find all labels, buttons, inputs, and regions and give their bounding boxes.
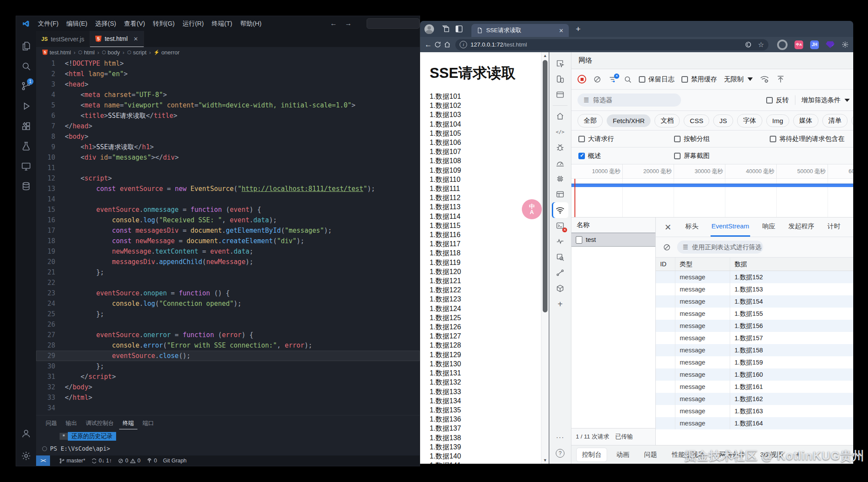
scroll-up-icon[interactable]: ▲ xyxy=(541,52,549,59)
elements-panel-icon[interactable]: </> xyxy=(552,124,568,140)
browser-window-icon[interactable] xyxy=(552,87,568,103)
type-filter-pill[interactable]: 媒体 xyxy=(793,114,818,127)
eventstream-row[interactable]: message 1.数据161 xyxy=(656,381,853,393)
performance-panel-icon[interactable] xyxy=(552,155,568,171)
network-conditions-icon[interactable] xyxy=(760,74,769,84)
memory-panel-icon[interactable] xyxy=(552,171,568,187)
eventstream-row[interactable]: message 1.数据160 xyxy=(656,368,853,381)
code-line[interactable]: 10 <div id="messages"></div> xyxy=(36,152,420,163)
breadcrumb-item-html[interactable]: html xyxy=(84,49,95,56)
translate-fab[interactable]: 中 A xyxy=(522,199,542,219)
console-panel-icon[interactable]: ✕ xyxy=(552,218,568,234)
detail-tab[interactable]: 响应 xyxy=(761,218,776,237)
type-filter-pill[interactable]: Fetch/XHR xyxy=(607,114,651,127)
git-sync-item[interactable]: 0↓ 1↑ xyxy=(88,458,115,464)
code-line[interactable]: 22 xyxy=(36,278,420,288)
back-icon[interactable]: ← xyxy=(424,39,432,51)
eventstream-row[interactable]: message 1.数据152 xyxy=(656,271,853,283)
problems-item[interactable]: 0 0 xyxy=(115,458,144,464)
debugger-panel-icon[interactable] xyxy=(552,140,568,155)
eventstream-table-header[interactable]: ID 类型 数据 xyxy=(656,258,853,271)
menu-terminal[interactable]: 终端(T) xyxy=(208,20,237,28)
panel-tab[interactable]: 问题 xyxy=(42,418,60,429)
detail-tab[interactable]: 标头 xyxy=(684,218,699,237)
code-line[interactable]: 15 eventSource.onmessage = function (eve… xyxy=(36,204,420,215)
regex-filter-input[interactable]: ☰使用正则表达式进行筛选 xyxy=(677,241,763,254)
clear-messages-icon[interactable] xyxy=(663,243,671,251)
close-detail-icon[interactable]: ✕ xyxy=(664,222,671,232)
name-column-header[interactable]: 名称 xyxy=(571,218,655,233)
explorer-icon[interactable] xyxy=(16,36,36,56)
new-tab-icon[interactable]: + xyxy=(576,24,581,34)
eventstream-row[interactable]: message 1.数据162 xyxy=(656,393,853,405)
panel-tab[interactable]: 输出 xyxy=(62,418,80,429)
performance-monitor-icon[interactable] xyxy=(552,234,568,249)
tab-close-icon[interactable]: ✕ xyxy=(134,36,138,42)
search-icon[interactable] xyxy=(16,56,36,76)
eventstream-row[interactable]: message 1.数据156 xyxy=(656,320,853,332)
more-filters-dropdown[interactable]: 增加筛选条件 xyxy=(801,96,850,104)
site-info-icon[interactable]: i xyxy=(460,41,467,48)
code-line[interactable]: 28 console.error("Error with SSE connect… xyxy=(36,340,420,351)
tab-close-icon[interactable]: ✕ xyxy=(559,27,564,34)
help-icon[interactable]: ? xyxy=(552,445,568,461)
git-branch-item[interactable]: master* xyxy=(56,458,88,464)
juejin-extension-icon[interactable]: JH xyxy=(810,40,819,49)
code-line[interactable]: 6 <title>SSE请求读取</title> xyxy=(36,110,420,121)
type-filter-pill[interactable]: Img xyxy=(766,114,789,127)
code-line[interactable]: 12 <script> xyxy=(36,173,420,184)
eventstream-row[interactable]: message 1.数据159 xyxy=(656,356,853,368)
eventstream-row[interactable]: message 1.数据154 xyxy=(656,295,853,308)
code-line[interactable]: 11 xyxy=(36,163,420,173)
type-filter-pill[interactable]: 文档 xyxy=(654,114,680,127)
code-line[interactable]: 24 console.log("Connection opened"); xyxy=(36,298,420,309)
favorite-star-icon[interactable]: ☆ xyxy=(758,40,764,49)
import-har-icon[interactable] xyxy=(776,75,785,84)
network-search-icon[interactable] xyxy=(624,75,632,84)
terminal[interactable]: * 还原的历史记录 PS E:\VsCode\api> xyxy=(36,429,420,452)
drawer-tab[interactable]: 问题 xyxy=(639,448,662,462)
code-line[interactable]: 2 <html lang="en"> xyxy=(36,69,420,79)
code-line[interactable]: 25 }; xyxy=(36,309,420,319)
testing-flask-icon[interactable] xyxy=(16,136,36,156)
code-line[interactable]: 18 const newMessage = document.createEle… xyxy=(36,236,420,246)
profile-avatar[interactable] xyxy=(424,24,434,34)
option-checkbox[interactable]: 按帧分组 xyxy=(674,135,770,143)
scroll-down-icon[interactable]: ▼ xyxy=(541,457,549,464)
eventstream-row[interactable]: message 1.数据153 xyxy=(656,283,853,295)
workspaces-icon[interactable] xyxy=(439,23,452,36)
application-panel-icon[interactable] xyxy=(552,187,568,202)
search-panel-icon[interactable] xyxy=(552,249,568,265)
scrollbar-thumb[interactable] xyxy=(543,60,548,312)
page-scrollbar[interactable]: ▲ ▼ xyxy=(541,52,549,464)
invert-checkbox[interactable]: 反转 xyxy=(766,96,789,104)
command-search-box[interactable] xyxy=(367,18,420,29)
code-line[interactable]: 4 <meta charset="UTF-8"> xyxy=(36,90,420,100)
code-line[interactable]: 21 }; xyxy=(36,267,420,278)
gem-extension-icon[interactable]: 2 xyxy=(826,41,835,48)
remote-explorer-icon[interactable] xyxy=(16,156,36,176)
detail-tab[interactable]: 发起程序 xyxy=(788,218,815,237)
history-back-icon[interactable]: ← xyxy=(330,20,337,27)
code-line[interactable]: 14 xyxy=(36,194,420,204)
type-filter-pill[interactable]: WS xyxy=(851,114,853,127)
code-line[interactable]: 30 }; xyxy=(36,361,420,372)
tab-testserver-js[interactable]: JS testServer.js xyxy=(36,31,90,47)
detail-tab[interactable]: EventStream xyxy=(711,218,750,237)
code-line[interactable]: 31 </script> xyxy=(36,372,420,382)
extension-ring-icon[interactable] xyxy=(777,40,788,50)
breadcrumb-item-onerror[interactable]: onerror xyxy=(161,49,180,56)
flow-panel-icon[interactable] xyxy=(552,265,568,281)
network-panel-icon[interactable] xyxy=(552,202,568,218)
drawer-tab[interactable]: 控制台 xyxy=(577,448,607,462)
filter-input[interactable]: ☰筛选器 xyxy=(578,94,681,107)
panel-tab[interactable]: 调试控制台 xyxy=(82,418,117,429)
eventstream-row[interactable]: message 1.数据158 xyxy=(656,344,853,356)
menu-help[interactable]: 帮助(H) xyxy=(236,20,265,28)
breadcrumb-item-body[interactable]: body xyxy=(108,49,120,56)
option-checkbox[interactable]: 屏幕截图 xyxy=(674,152,770,160)
eventstream-row[interactable]: message 1.数据163 xyxy=(656,405,853,417)
url-text[interactable]: 127.0.0.1:72/test.html xyxy=(471,41,527,48)
vertical-tabs-icon[interactable] xyxy=(452,23,465,36)
clear-icon[interactable] xyxy=(593,75,601,84)
